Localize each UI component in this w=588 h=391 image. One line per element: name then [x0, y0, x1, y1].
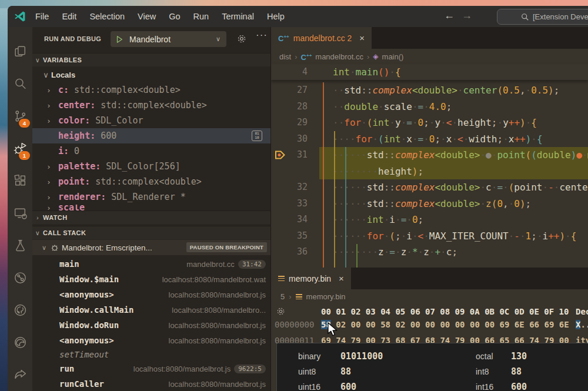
menu-file[interactable]: File: [29, 12, 55, 21]
code-line-27[interactable]: 27··std::complex<double>·center(0.5,·0.5…: [271, 82, 588, 99]
menu-go[interactable]: Go: [162, 12, 186, 21]
variable-row-renderer[interactable]: ›renderer: SDL_Renderer *: [32, 189, 270, 205]
variable-row-color[interactable]: ›color: SDL_Color: [32, 113, 270, 128]
tab-mandelbrot-cc[interactable]: C++ mandelbrot.cc 2 ×: [271, 27, 372, 49]
code-line-35[interactable]: 35······for·(;·i·<·MAX_ITER_COUNT·-·1;·i…: [271, 228, 588, 245]
line-number[interactable]: [271, 163, 319, 180]
code-line-28[interactable]: 28··double·scale·=·4.0;: [271, 99, 588, 115]
close-icon[interactable]: ×: [339, 273, 344, 283]
close-icon[interactable]: ×: [359, 33, 365, 43]
hex-byte-row[interactable]: 58 02 00 00 58 02 00 00 00 00 00 00 69 6…: [321, 320, 569, 329]
launch-config-select[interactable]: Mandelbrot ∨: [111, 31, 226, 47]
hex-byte[interactable]: 00: [366, 320, 376, 329]
extensions-icon[interactable]: [8, 165, 32, 197]
menu-help[interactable]: Help: [260, 12, 291, 21]
tab-memory-bin[interactable]: memory.bin ×: [271, 268, 351, 289]
variables-section-header[interactable]: ∨ VARIABLES: [32, 53, 270, 66]
menu-selection[interactable]: Selection: [83, 12, 131, 21]
stack-frame-runCaller[interactable]: runCallerlocalhost:8080/mandelbrot.js: [32, 376, 270, 391]
line-number[interactable]: 35: [271, 228, 319, 245]
github-icon[interactable]: [8, 294, 32, 326]
nav-forward-button[interactable]: →: [462, 9, 472, 22]
nav-back-button[interactable]: ←: [444, 9, 455, 22]
stack-frame-run[interactable]: runlocalhost:8080/mandelbrot.js9622:5: [32, 361, 270, 376]
stack-frame-anonymous[interactable]: <anonymous>localhost:8080/mandelbrot.js: [32, 333, 270, 348]
code-line-29[interactable]: 29··for·(int·y·=·0;·y·<·height;·y++)·{: [271, 115, 588, 131]
hex-byte[interactable]: 00: [351, 320, 361, 329]
decoded-char-selected[interactable]: X: [576, 320, 580, 329]
breadcrumb-item[interactable]: mandelbrot.cc: [315, 52, 363, 61]
debug-settings-gear-icon[interactable]: [236, 34, 247, 44]
menu-terminal[interactable]: Terminal: [215, 12, 260, 21]
scope-locals[interactable]: ∨ Locals: [32, 68, 270, 82]
chevron-right-icon[interactable]: ›: [46, 193, 51, 202]
command-search-input[interactable]: [Extension Develop: [497, 9, 588, 25]
menu-edit[interactable]: Edit: [55, 12, 83, 21]
variable-row-height[interactable]: height: 6000110: [32, 128, 270, 143]
hex-byte[interactable]: 02: [395, 320, 405, 329]
line-number[interactable]: 27: [271, 82, 319, 99]
run-and-debug-icon[interactable]: 1: [8, 132, 32, 165]
line-number[interactable]: 36: [271, 244, 319, 260]
hex-byte[interactable]: 00: [470, 320, 480, 329]
chevron-right-icon[interactable]: ›: [46, 178, 51, 186]
hex-byte[interactable]: 00: [410, 320, 420, 329]
debug-session-row[interactable]: ∨ Mandelbrot: Emscripten... PAUSED ON BR…: [32, 240, 270, 255]
line-number[interactable]: 29: [271, 115, 319, 131]
code-line-30[interactable]: 30····for·(int·x·=·0;·x·<·width;·x++)·{: [271, 131, 588, 148]
code-line-32[interactable]: 32······std::complex<double>·c·=·(point·…: [271, 179, 588, 196]
stack-frame-Window.callMain[interactable]: Window.callMainlocalhost:8080/mandelbro.…: [32, 302, 270, 318]
edge-tools-icon[interactable]: [8, 326, 32, 359]
variable-row-center[interactable]: ›center: std::complex<double>: [32, 98, 270, 113]
menu-run[interactable]: Run: [187, 12, 216, 21]
breakpoint-current-line-icon[interactable]: [275, 151, 286, 162]
testing-icon[interactable]: [8, 229, 32, 262]
hex-byte[interactable]: 58: [380, 320, 390, 329]
variable-row-point[interactable]: ›point: std::complex<double>: [32, 174, 270, 189]
hex-byte[interactable]: 00: [425, 320, 435, 329]
variable-row-palette[interactable]: ›palette: SDL_Color[256]: [32, 159, 270, 174]
variable-row-scale[interactable]: ›scale: [32, 205, 270, 210]
memory-breadcrumb[interactable]: 5›memory.bin: [271, 289, 588, 304]
variable-row-i[interactable]: i: 0: [32, 143, 270, 159]
stack-frame-main[interactable]: mainmandelbrot.cc31:42: [32, 256, 270, 272]
code-line-31[interactable]: 31······std::complex<double>·●·point((do…: [271, 147, 588, 163]
share-icon[interactable]: [8, 359, 32, 391]
hex-byte[interactable]: 00: [455, 320, 465, 329]
hex-byte[interactable]: 6E: [514, 320, 524, 329]
breadcrumb-item[interactable]: main(): [382, 52, 404, 61]
code-line-33[interactable]: 33······std::complex<double>·z(0,·0);: [271, 196, 588, 212]
line-number[interactable]: 33: [271, 196, 319, 212]
hex-byte[interactable]: 69: [544, 320, 554, 329]
stack-frame-anonymous[interactable]: <anonymous>localhost:8080/mandelbrot.js: [32, 287, 270, 302]
call-stack-section-header[interactable]: ∨ CALL STACK: [32, 226, 270, 239]
hex-byte[interactable]: 69: [500, 320, 510, 329]
chevron-right-icon[interactable]: ›: [46, 116, 51, 125]
breadcrumb[interactable]: dist›C++mandelbrot.cc›◈main(): [271, 49, 588, 64]
watch-section-header[interactable]: › WATCH: [32, 210, 270, 224]
hex-byte[interactable]: 00: [440, 320, 450, 329]
decoded-text[interactable]: X...X.......infin: [576, 320, 588, 329]
sticky-scroll-line[interactable]: 4 int·main()·{: [271, 64, 588, 80]
variable-row-c[interactable]: ›c: std::complex<double>: [32, 82, 270, 98]
stack-frame-Window.doRun[interactable]: Window.doRunlocalhost:8080/mandelbrot.js: [32, 318, 270, 333]
stack-frame-setTimeout[interactable]: setTimeout: [32, 348, 270, 361]
start-debug-icon[interactable]: [115, 35, 123, 44]
chevron-right-icon[interactable]: ›: [46, 205, 51, 210]
breadcrumb-item[interactable]: memory.bin: [306, 292, 346, 301]
line-number[interactable]: 28: [271, 99, 319, 115]
code-line-36[interactable]: 36········z·=·z·*·z·+·c;: [271, 244, 588, 260]
stack-frame-Window.$main[interactable]: Window.$mainlocalhost:8080/mandelbrot.wa…: [32, 272, 270, 287]
chevron-right-icon[interactable]: ›: [46, 86, 51, 95]
hex-byte[interactable]: 6E: [559, 320, 569, 329]
chevron-right-icon[interactable]: ›: [46, 162, 51, 171]
breadcrumb-item[interactable]: 5: [280, 292, 285, 301]
menu-view[interactable]: View: [131, 12, 162, 21]
view-binary-icon[interactable]: 0110: [252, 131, 262, 141]
line-number[interactable]: 30: [271, 131, 319, 148]
hex-byte[interactable]: 00: [485, 320, 495, 329]
line-number[interactable]: 32: [271, 179, 319, 196]
code-line-34[interactable]: 34······int·i·=·0;: [271, 212, 588, 228]
search-icon[interactable]: [8, 68, 32, 100]
line-number[interactable]: 34: [271, 212, 319, 228]
